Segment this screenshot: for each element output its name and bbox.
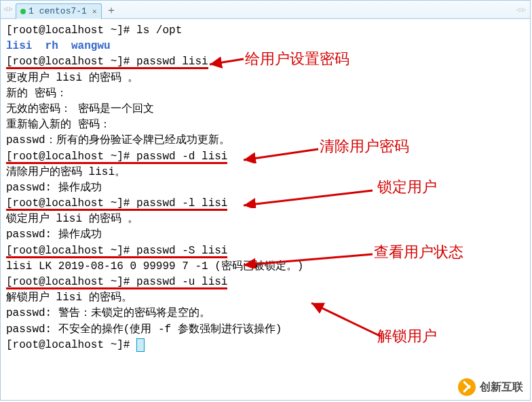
tab-centos7[interactable]: 1 centos7-1 ✕ xyxy=(16,3,101,19)
tab-scroll-left[interactable]: ◁ ▷ xyxy=(3,6,13,13)
watermark: 创新互联 xyxy=(458,378,523,396)
watermark-icon xyxy=(458,378,476,396)
prompt: [root@localhost ~]# xyxy=(6,276,136,288)
output-line: passwd: 不安全的操作(使用 -f 参数强制进行该操作) xyxy=(6,322,525,338)
terminal-window: ◁ ▷ 1 centos7-1 ✕ ＋ ◁ ▷ [root@localhost … xyxy=(0,0,531,401)
chevron-left-icon: ◁ xyxy=(516,5,520,14)
dir-listing: lisi xyxy=(6,40,32,52)
cursor-icon xyxy=(136,338,145,352)
output-line: 重新输入新的 密码： xyxy=(6,117,525,133)
prompt: [root@localhost ~]# xyxy=(6,245,136,257)
chevron-right-icon: ▷ xyxy=(9,6,13,13)
output-line: lisi LK 2019-08-16 0 99999 7 -1 (密码已被锁定。… xyxy=(6,259,525,275)
command-text: passwd lisi xyxy=(136,56,208,68)
prompt: [root@localhost ~]# xyxy=(6,197,136,209)
output-line: passwd: 操作成功 xyxy=(6,227,525,243)
add-tab-button[interactable]: ＋ xyxy=(103,2,119,18)
command-text: passwd -d lisi xyxy=(136,150,227,163)
watermark-text: 创新互联 xyxy=(480,380,523,395)
plus-icon: ＋ xyxy=(106,3,117,18)
output-line: passwd: 操作成功 xyxy=(6,180,525,196)
tab-label: 1 centos7-1 xyxy=(28,6,87,16)
command-text: ls /opt xyxy=(136,24,182,37)
output-line: 锁定用户 lisi 的密码 。 xyxy=(6,212,525,227)
close-icon[interactable]: ✕ xyxy=(92,7,97,16)
terminal-area[interactable]: [root@localhost ~]# ls /opt lisi rh wang… xyxy=(1,19,530,357)
dir-listing: rh xyxy=(45,40,58,52)
output-line: 无效的密码： 密码是一个回文 xyxy=(6,102,525,117)
output-line: passwd：所有的身份验证令牌已经成功更新。 xyxy=(6,133,525,148)
prompt: [root@localhost ~]# xyxy=(6,150,136,163)
output-line: passwd: 警告：未锁定的密码将是空的。 xyxy=(6,306,525,321)
prompt: [root@localhost ~]# xyxy=(6,56,136,68)
chevron-right-icon: ▷ xyxy=(522,5,526,14)
tab-bar: ◁ ▷ 1 centos7-1 ✕ ＋ ◁ ▷ xyxy=(1,1,530,19)
output-line: 解锁用户 lisi 的密码。 xyxy=(6,290,525,306)
output-line: 更改用户 lisi 的密码 。 xyxy=(6,71,525,86)
dir-listing: wangwu xyxy=(71,40,111,52)
command-text: passwd -S lisi xyxy=(136,245,227,257)
tab-scroll-right[interactable]: ◁ ▷ xyxy=(516,5,526,14)
command-text: passwd -l lisi xyxy=(136,197,227,209)
output-line: 清除用户的密码 lisi。 xyxy=(6,165,525,180)
prompt: [root@localhost ~]# xyxy=(6,24,136,37)
status-dot-icon xyxy=(20,9,26,14)
output-line: 新的 密码： xyxy=(6,86,525,102)
prompt: [root@localhost ~]# xyxy=(6,339,136,351)
chevron-left-icon: ◁ xyxy=(3,6,7,13)
command-text: passwd -u lisi xyxy=(136,276,227,288)
